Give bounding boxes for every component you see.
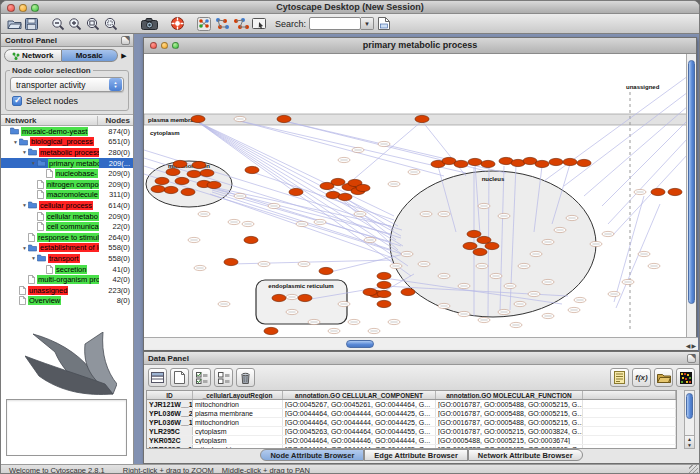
network-node-selected bbox=[175, 177, 189, 184]
tree-row[interactable]: Overview8(0) bbox=[1, 296, 133, 307]
tree-node-count: 614(0) bbox=[99, 201, 133, 210]
tree-row[interactable]: nitrogen compo209(0) bbox=[1, 179, 133, 190]
network-node-selected bbox=[463, 242, 477, 249]
tree-row[interactable]: response to stimulu264(0) bbox=[1, 232, 133, 243]
table-row[interactable]: YPL036W__2plasma membrane[GO:0044464, GO… bbox=[147, 409, 676, 418]
select-first-neighbors-icon[interactable] bbox=[197, 16, 211, 32]
data-panel-float-icon[interactable] bbox=[687, 354, 696, 363]
tree-node-count: 280(0) bbox=[99, 148, 133, 157]
table-row[interactable]: YLR295Ccytoplasm[GO:0045263, GO:0044464,… bbox=[147, 427, 676, 436]
column-header[interactable]: annotation.GO MOLECULAR_FUNCTION bbox=[436, 391, 583, 399]
expand-arrow-icon[interactable]: ▼ bbox=[30, 160, 37, 166]
tree-row[interactable]: ▼primary metabo209(... bbox=[1, 158, 133, 169]
file-icon bbox=[37, 222, 44, 231]
expand-arrow-icon[interactable]: ▼ bbox=[30, 255, 37, 261]
tree-column-header[interactable]: Network Nodes bbox=[1, 114, 133, 126]
new-network-from-selection-icon[interactable] bbox=[214, 16, 230, 32]
expand-arrow-icon[interactable]: ▼ bbox=[12, 139, 19, 145]
new-attribute-icon[interactable] bbox=[170, 368, 189, 387]
tree-row[interactable]: mosaic-demo-yeast874(0) bbox=[1, 126, 133, 137]
zoom-out-icon[interactable] bbox=[51, 16, 65, 32]
search-input[interactable] bbox=[309, 17, 361, 30]
tree-row[interactable]: cell communicat22(0) bbox=[1, 221, 133, 232]
unassigned-label: unassigned bbox=[626, 84, 660, 90]
open-file-icon[interactable] bbox=[7, 16, 22, 32]
tree-row[interactable]: ▼biological_process651(0) bbox=[1, 137, 133, 148]
tree-row[interactable]: cellular metabo209(0) bbox=[1, 211, 133, 222]
tree-row[interactable]: ▼cellular process614(0) bbox=[1, 200, 133, 211]
save-session-icon[interactable] bbox=[25, 16, 38, 32]
help-icon[interactable] bbox=[171, 16, 184, 32]
select-nodes-checkbox[interactable] bbox=[12, 96, 22, 106]
network-node-selected bbox=[651, 188, 665, 195]
data-panel-scrollbar[interactable]: ▲▼ bbox=[684, 390, 695, 449]
tab-network-attribute-browser[interactable]: Network Attribute Browser bbox=[468, 449, 583, 461]
tab-mosaic-label: Mosaic bbox=[76, 51, 103, 60]
snapshot-icon[interactable] bbox=[141, 16, 158, 32]
annotation-icon[interactable] bbox=[252, 16, 266, 32]
attribute-table[interactable]: ID_cellularLayoutRegionannotation.GO CEL… bbox=[146, 390, 677, 449]
expand-arrow-icon[interactable]: ▼ bbox=[21, 202, 28, 208]
tab-edge-attribute-browser[interactable]: Edge Attribute Browser bbox=[364, 449, 467, 461]
table-cell: [GO:0005488, GO:0005215, GO:0003674] bbox=[436, 436, 583, 444]
tree-node-count: 209(0) bbox=[99, 169, 133, 178]
column-header[interactable] bbox=[583, 391, 676, 399]
formula-icon[interactable]: f(x) bbox=[632, 368, 651, 387]
tree-row[interactable]: secretion41(0) bbox=[1, 264, 133, 275]
file-icon bbox=[28, 233, 35, 242]
network-node-selected bbox=[468, 158, 482, 165]
column-header[interactable]: _cellularLayoutRegion bbox=[193, 391, 283, 399]
tree-row[interactable]: ▼metabolic process280(0) bbox=[1, 147, 133, 158]
file-icon bbox=[19, 286, 26, 295]
resize-grip[interactable] bbox=[689, 465, 698, 474]
zoom-fit-icon[interactable] bbox=[85, 16, 100, 32]
tree-row[interactable]: ▼transport558(0) bbox=[1, 253, 133, 264]
column-header[interactable]: ID bbox=[147, 391, 193, 399]
file-icon bbox=[46, 265, 53, 274]
node-color-dropdown[interactable]: transporter activity ▲▼ bbox=[10, 77, 124, 92]
network-node-selected bbox=[289, 188, 303, 195]
tree-row[interactable]: nucleobase-209(0) bbox=[1, 168, 133, 179]
network-canvas[interactable]: plasma membranecytoplasmmitochondrionnuc… bbox=[144, 54, 688, 339]
folder-icon bbox=[28, 148, 37, 156]
expand-arrow-icon[interactable]: ▼ bbox=[21, 149, 28, 155]
table-row[interactable]: YJR121W__1mitochondrion[GO:0045267, GO:0… bbox=[147, 400, 676, 409]
tab-mosaic[interactable]: Mosaic bbox=[62, 49, 119, 62]
node-color-dropdown-value: transporter activity bbox=[11, 80, 109, 90]
select-attributes-icon[interactable] bbox=[192, 368, 211, 387]
network-edge bbox=[544, 76, 688, 181]
import-attributes-icon[interactable] bbox=[378, 16, 390, 32]
tree-row[interactable]: multi-organism pro42(0) bbox=[1, 274, 133, 285]
network-window-titlebar[interactable]: primary metabolic process bbox=[144, 38, 696, 54]
zoom-in-icon[interactable] bbox=[68, 16, 82, 32]
table-row[interactable]: YKR052Ccytoplasm[GO:0044464, GO:0044446,… bbox=[147, 436, 676, 445]
report-icon[interactable] bbox=[610, 368, 629, 387]
network-horizontal-scrollbar[interactable]: ◀▶ bbox=[144, 337, 698, 350]
table-cell: plasma membrane bbox=[193, 409, 283, 417]
tab-node-attribute-browser[interactable]: Node Attribute Browser bbox=[260, 449, 364, 461]
apply-layout-icon[interactable] bbox=[233, 16, 249, 32]
table-row[interactable]: YPL036W__1mitochondrion[GO:0044464, GO:0… bbox=[147, 418, 676, 427]
unselect-attributes-icon[interactable] bbox=[214, 368, 233, 387]
tab-overflow-arrow[interactable]: ▶ bbox=[118, 52, 130, 60]
heatmap-icon[interactable] bbox=[676, 368, 695, 387]
main-toolbar: Search: ▼ bbox=[1, 14, 699, 34]
float-panel-icon[interactable] bbox=[121, 36, 130, 45]
import-file-icon[interactable] bbox=[654, 368, 673, 387]
network-vertical-scrollbar[interactable] bbox=[686, 54, 696, 339]
tab-network[interactable]: Network bbox=[4, 49, 62, 62]
expand-arrow-icon[interactable]: ▼ bbox=[21, 245, 28, 251]
data-panel-header: Data Panel bbox=[144, 352, 699, 365]
column-header[interactable]: annotation.GO CELLULAR_COMPONENT bbox=[283, 391, 436, 399]
tree-row[interactable]: ▼establishment of lo558(0) bbox=[1, 243, 133, 254]
zoom-selected-icon[interactable] bbox=[103, 16, 118, 32]
attribute-table-icon[interactable] bbox=[148, 368, 167, 387]
network-overview-box[interactable] bbox=[6, 399, 127, 456]
tree-row[interactable]: macromolecule311(0) bbox=[1, 190, 133, 201]
delete-attribute-icon[interactable] bbox=[236, 368, 255, 387]
tree-row[interactable]: unassigned223(0) bbox=[1, 285, 133, 296]
network-edge bbox=[614, 196, 644, 302]
control-panel-header: Control Panel bbox=[1, 34, 133, 47]
search-dropdown-arrow[interactable]: ▼ bbox=[361, 17, 374, 30]
file-icon bbox=[37, 180, 44, 189]
